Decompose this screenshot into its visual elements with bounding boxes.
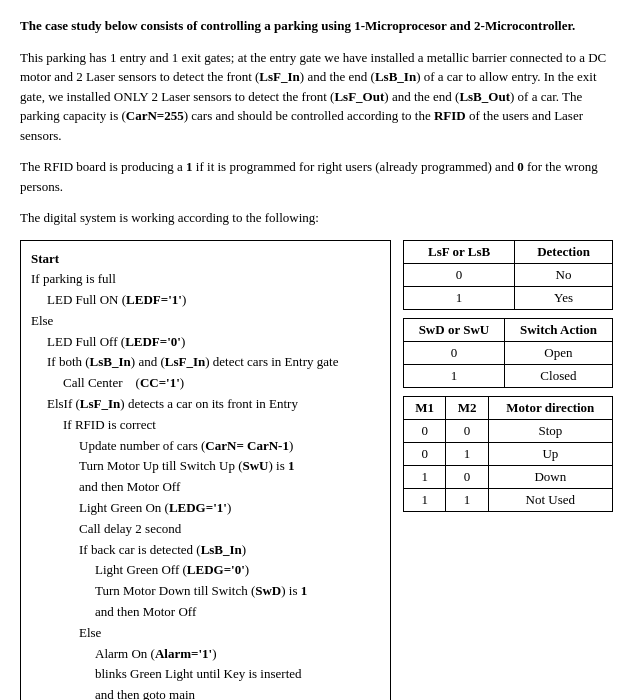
table-row: 0 0 Stop xyxy=(404,419,613,442)
cell: 0 xyxy=(404,341,505,364)
cell: No xyxy=(515,263,613,286)
alg-line: Turn Motor Up till Switch Up (SwU) is 1 xyxy=(31,456,380,477)
intro-paragraph3: The digital system is working according … xyxy=(20,208,613,228)
table-row: 1 Yes xyxy=(404,286,613,309)
cell: 1 xyxy=(404,364,505,387)
alg-line: and then Motor Off xyxy=(31,602,380,623)
col-header-switch-action: Switch Action xyxy=(504,318,612,341)
alg-line: Alarm On (Alarm='1') xyxy=(31,644,380,665)
cell: 1 xyxy=(404,286,515,309)
alg-line: Call delay 2 second xyxy=(31,519,380,540)
cell: 1 xyxy=(446,488,488,511)
table-row: 0 Open xyxy=(404,341,613,364)
col-header-detection: Detection xyxy=(515,240,613,263)
cell: Closed xyxy=(504,364,612,387)
tables-column: LsF or LsB Detection 0 No 1 Yes SwD or S… xyxy=(403,240,613,512)
intro-paragraph2: The RFID board is producing a 1 if it is… xyxy=(20,157,613,196)
alg-line: Update number of cars (CarN= CarN-1) xyxy=(31,436,380,457)
cell: 0 xyxy=(404,442,446,465)
cell: Not Used xyxy=(488,488,612,511)
cell: Up xyxy=(488,442,612,465)
alg-line: Else xyxy=(31,311,380,332)
cell: Stop xyxy=(488,419,612,442)
cell: Yes xyxy=(515,286,613,309)
table-motor-direction: M1 M2 Motor direction 0 0 Stop 0 1 Up 1 xyxy=(403,396,613,512)
table-swd-swu: SwD or SwU Switch Action 0 Open 1 Closed xyxy=(403,318,613,388)
cell: Open xyxy=(504,341,612,364)
table-row: 0 1 Up xyxy=(404,442,613,465)
cell: 1 xyxy=(404,488,446,511)
col-header-m1: M1 xyxy=(404,396,446,419)
alg-line: LED Full Off (LEDF='0') xyxy=(31,332,380,353)
alg-line: If both (LsB_In) and (LsF_In) detect car… xyxy=(31,352,380,373)
alg-line: If back car is detected (LsB_In) xyxy=(31,540,380,561)
alg-line: and then Motor Off xyxy=(31,477,380,498)
table-row: 0 No xyxy=(404,263,613,286)
col-header-motor-dir: Motor direction xyxy=(488,396,612,419)
cell: Down xyxy=(488,465,612,488)
alg-line: Else xyxy=(31,623,380,644)
cell: 0 xyxy=(404,263,515,286)
alg-line: ElsIf (LsF_In) detects a car on its fron… xyxy=(31,394,380,415)
cell: 0 xyxy=(404,419,446,442)
col-header-swd-swu: SwD or SwU xyxy=(404,318,505,341)
alg-line: If RFID is correct xyxy=(31,415,380,436)
algorithm-box: Start If parking is full LED Full ON (LE… xyxy=(20,240,391,701)
intro-paragraph1: This parking has 1 entry and 1 exit gate… xyxy=(20,48,613,146)
alg-line: blinks Green Light until Key is inserted xyxy=(31,664,380,685)
cell: 1 xyxy=(404,465,446,488)
alg-line-start: Start xyxy=(31,249,380,270)
alg-line: Light Green On (LEDG='1') xyxy=(31,498,380,519)
table-row: 1 1 Not Used xyxy=(404,488,613,511)
alg-line: If parking is full xyxy=(31,269,380,290)
intro-section: The case study below consists of control… xyxy=(20,16,613,228)
table-row: 1 Closed xyxy=(404,364,613,387)
cell: 0 xyxy=(446,465,488,488)
alg-line: and then goto main xyxy=(31,685,380,700)
intro-title: The case study below consists of control… xyxy=(20,16,613,36)
alg-line: Light Green Off (LEDG='0') xyxy=(31,560,380,581)
col-header-lsf-lsb: LsF or LsB xyxy=(404,240,515,263)
alg-line: Call Center (CC='1') xyxy=(31,373,380,394)
table-lsf-lsb: LsF or LsB Detection 0 No 1 Yes xyxy=(403,240,613,310)
cell: 1 xyxy=(446,442,488,465)
alg-line: Turn Motor Down till Switch (SwD) is 1 xyxy=(31,581,380,602)
cell: 0 xyxy=(446,419,488,442)
col-header-m2: M2 xyxy=(446,396,488,419)
alg-line: LED Full ON (LEDF='1') xyxy=(31,290,380,311)
main-content: Start If parking is full LED Full ON (LE… xyxy=(20,240,613,701)
table-row: 1 0 Down xyxy=(404,465,613,488)
